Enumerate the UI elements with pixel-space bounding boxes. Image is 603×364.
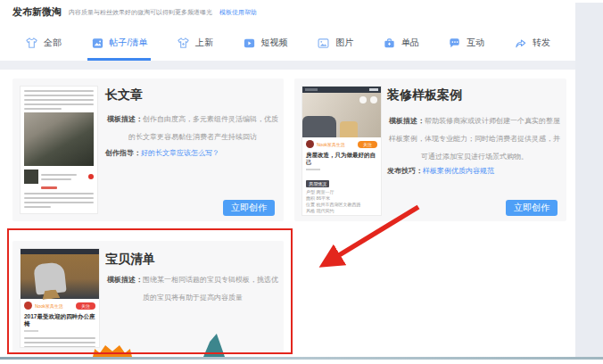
card-decor-sample: Nook家具生活 关注 房屋改造，只为做最好的自己 房屋情况 户型 两室一厅 面…	[294, 79, 566, 221]
tab-single-item[interactable]: 单品	[383, 25, 419, 61]
text-lines-placeholder	[24, 193, 94, 208]
tab-post-list[interactable]: 帖子/清单	[91, 25, 148, 61]
decor-sample-thumbnail: Nook家具生活 关注 房屋改造，只为做最好的自己 房屋情况 户型 两室一厅 面…	[302, 86, 382, 216]
section-divider	[0, 61, 603, 70]
card-item-list: Nook家具生活 关注 2017最受欢迎的四种办公座椅 宝贝清单 模板描述：围绕…	[12, 241, 284, 353]
post-title: 房屋改造，只为做最好的自己	[302, 151, 381, 166]
card-title: 宝贝清单	[105, 252, 155, 268]
card-title: 装修样板案例	[387, 87, 462, 103]
circle-button-icon	[359, 96, 367, 103]
side-table-shape	[340, 121, 358, 137]
template-help-link[interactable]: 模板使用帮助	[219, 8, 257, 17]
page-title: 发布新微淘	[12, 5, 62, 19]
video-play-icon	[243, 37, 256, 50]
weitao-publish-page: 发布新微淘 内容质量与粉丝效果好的微淘可以得到更多频道曝光 模板使用帮助 全部 …	[0, 0, 603, 364]
forward-arrow-icon	[514, 37, 527, 50]
shop-profile-row: Nook家具生活 关注	[21, 299, 99, 312]
shop-name: Nook家具生活	[317, 142, 355, 147]
product-text-placeholder	[41, 174, 86, 180]
office-chair-photo	[21, 249, 99, 299]
decor-tip-link[interactable]: 样板案例优质内容规范	[423, 167, 494, 175]
creation-guide-row: 创作指导：好的长文章应该怎么写？	[105, 148, 219, 158]
text-lines-placeholder	[21, 335, 99, 348]
product-row	[24, 170, 94, 184]
tab-forward[interactable]: 转发	[514, 25, 550, 61]
house-field: 风格 现代简约	[302, 208, 381, 214]
shop-avatar	[24, 302, 32, 310]
long-article-guide-link[interactable]: 好的长文章应该怎么写？	[141, 149, 219, 157]
post-title: 2017最受欢迎的四种办公座椅	[21, 312, 99, 327]
price-placeholder	[41, 186, 57, 189]
create-now-button[interactable]: 立即创作	[223, 200, 275, 216]
tab-short-video[interactable]: 短视频	[243, 25, 288, 61]
follow-button: 关注	[358, 141, 377, 148]
long-article-thumbnail	[20, 86, 98, 214]
shop-avatar	[306, 140, 314, 148]
circle-button-icon	[370, 96, 377, 103]
window-bottom-edge	[0, 357, 603, 360]
product-image	[24, 170, 38, 184]
tab-new-arrival[interactable]: 上新	[177, 25, 213, 61]
sofa-shape	[302, 116, 336, 137]
shirt-icon	[25, 37, 38, 50]
info-badge: 房屋情况	[306, 180, 329, 187]
phone-status-bar	[302, 87, 381, 93]
card-long-article: 长文章 模板描述：创作自由度高，多元素组件灵活编辑，优质的长文章更容易黏住消费者…	[12, 79, 284, 221]
tab-interaction[interactable]: 互动	[448, 25, 484, 61]
timestamp-placeholder	[24, 330, 38, 332]
create-now-button[interactable]: 立即创作	[506, 200, 558, 216]
page-subtitle: 内容质量与粉丝效果好的微淘可以得到更多频道曝光	[69, 8, 212, 17]
template-desc: 模板描述：帮助装修商家或设计师创建一个真实的整屋样板案例，体现专业能力；同时给消…	[387, 112, 562, 166]
shop-name: Nook家具生活	[35, 303, 73, 309]
page-header: 发布新微淘 内容质量与粉丝效果好的微淘可以得到更多频道曝光 模板使用帮助	[12, 5, 257, 19]
template-desc: 模板描述：围绕某一相同话题的宝贝专辑模板，挑选优质的宝贝将有助于提高内容质量	[105, 271, 280, 307]
publish-tip-row: 发布技巧：样板案例优质内容规范	[387, 166, 494, 176]
shop-profile-row: Nook家具生活 关注	[302, 137, 381, 151]
briefcase-icon	[383, 37, 396, 50]
item-list-thumbnail: Nook家具生活 关注 2017最受欢迎的四种办公座椅	[20, 248, 100, 348]
house-field: 面积 86平米	[302, 195, 381, 202]
living-room-photo	[302, 93, 381, 137]
template-desc: 模板描述：创作自由度高，多元素组件灵活编辑，优质的长文章更容易黏住消费者产生持续…	[105, 111, 280, 146]
tab-all[interactable]: 全部	[25, 25, 62, 61]
card-title: 长文章	[105, 87, 143, 103]
tab-picture[interactable]: 图片	[317, 25, 353, 61]
chat-icon	[448, 37, 461, 50]
new-shirt-icon	[177, 37, 190, 50]
article-photo	[24, 112, 94, 166]
category-tabbar: 全部 帖子/清单 上新 短视频 图片 单品 互动 转发	[0, 25, 575, 61]
text-lines-placeholder	[24, 90, 94, 110]
page-right-margin	[575, 3, 603, 357]
follow-button: 关注	[76, 302, 95, 310]
house-field: 时间 2015/9-2016/4	[302, 214, 381, 216]
house-field: 位置 杭州市西湖区文教西路	[302, 202, 381, 208]
house-field: 户型 两室一厅	[302, 189, 381, 195]
timestamp-placeholder	[306, 169, 320, 170]
post-image-icon	[91, 37, 104, 50]
chair-shape	[33, 261, 66, 294]
buy-icon	[88, 174, 94, 179]
picture-icon	[317, 37, 330, 50]
